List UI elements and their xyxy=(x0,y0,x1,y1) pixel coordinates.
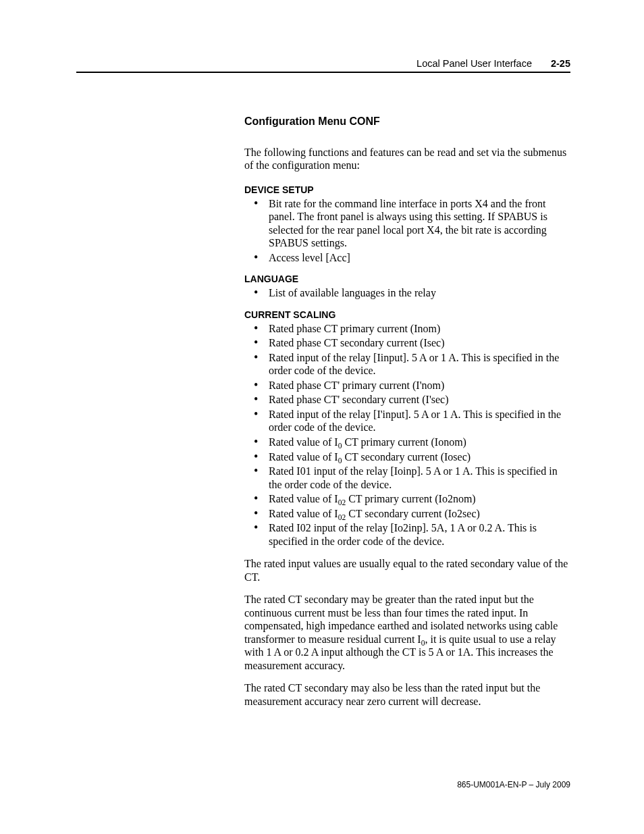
list-item: Rated phase CT' primary current (I'nom) xyxy=(244,379,572,392)
body-paragraph: The rated input values are usually equal… xyxy=(244,557,572,583)
list-item: Rated value of I02 CT primary current (I… xyxy=(244,492,572,506)
list-item: Rated value of I0 CT primary current (Io… xyxy=(244,436,572,449)
subhead-device-setup: DEVICE SETUP xyxy=(244,184,572,196)
list-item: Rated input of the relay [I'input]. 5 A … xyxy=(244,408,572,434)
section-title: Configuration Menu CONF xyxy=(244,115,572,128)
subhead-current-scaling: CURRENT SCALING xyxy=(244,309,572,321)
header-page-number: 2-25 xyxy=(551,58,570,69)
current-scaling-list: Rated phase CT primary current (Inom) Ra… xyxy=(244,322,572,548)
subhead-language: LANGUAGE xyxy=(244,273,572,285)
list-item: Rated phase CT' secondary current (I'sec… xyxy=(244,393,572,407)
list-item: Rated value of I02 CT secondary current … xyxy=(244,507,572,521)
list-item: List of available languages in the relay xyxy=(244,286,572,300)
list-item: Bit rate for the command line interface … xyxy=(244,197,572,250)
list-item: Rated I02 input of the relay [Io2inp]. 5… xyxy=(244,521,572,548)
body-paragraph: The rated CT secondary may also be less … xyxy=(244,681,572,708)
language-list: List of available languages in the relay xyxy=(244,286,572,300)
intro-paragraph: The following functions and features can… xyxy=(244,146,572,172)
list-item: Access level [Acc] xyxy=(244,251,572,265)
body-paragraph: The rated CT secondary may be greater th… xyxy=(244,593,572,672)
list-item: Rated I01 input of the relay [Ioinp]. 5 … xyxy=(244,465,572,491)
list-item: Rated input of the relay [Iinput]. 5 A o… xyxy=(244,351,572,377)
device-setup-list: Bit rate for the command line interface … xyxy=(244,197,572,265)
list-item: Rated value of I0 CT secondary current (… xyxy=(244,450,572,464)
page-content: Configuration Menu CONF The following fu… xyxy=(244,115,572,708)
page-header: Local Panel User Interface 2-25 xyxy=(76,58,570,73)
header-title: Local Panel User Interface xyxy=(417,58,532,69)
list-item: Rated phase CT primary current (Inom) xyxy=(244,322,572,336)
page-footer: 865-UM001A-EN-P – July 2009 xyxy=(457,780,570,789)
list-item: Rated phase CT secondary current (Isec) xyxy=(244,336,572,350)
